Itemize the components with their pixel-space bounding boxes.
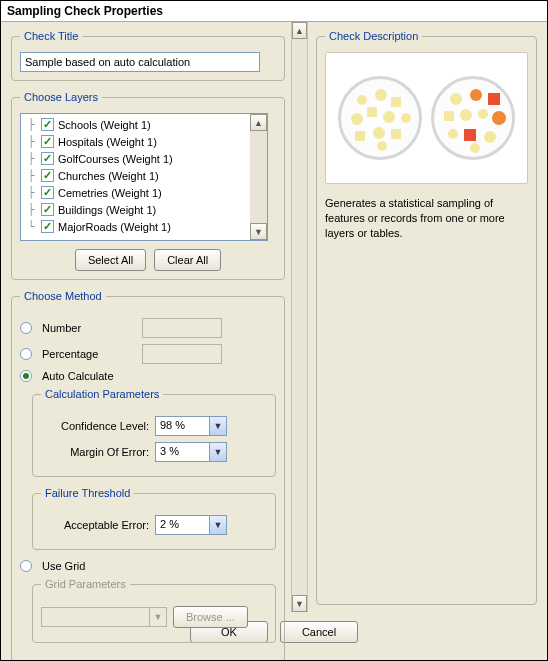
- tree-line-icon: ├: [25, 186, 37, 199]
- layer-list[interactable]: ├Schools (Weight 1)├Hospitals (Weight 1)…: [20, 113, 268, 241]
- petri-dish-right-icon: [431, 76, 515, 160]
- window-title: Sampling Check Properties: [1, 1, 547, 22]
- chevron-down-icon[interactable]: ▼: [209, 443, 226, 461]
- choose-layers-legend: Choose Layers: [20, 91, 102, 103]
- select-all-button[interactable]: Select All: [75, 249, 146, 271]
- acceptable-error-label: Acceptable Error:: [41, 519, 149, 531]
- radio-use-grid[interactable]: [20, 560, 32, 572]
- main-scrollbar[interactable]: ▲ ▼: [291, 22, 308, 612]
- layer-checkbox[interactable]: [41, 152, 54, 165]
- radio-auto-calculate-label: Auto Calculate: [42, 370, 114, 382]
- radio-percentage-label: Percentage: [42, 348, 132, 360]
- layer-row[interactable]: ├Buildings (Weight 1): [21, 201, 250, 218]
- choose-method-group: Choose Method Number Percentage Auto Cal…: [11, 290, 285, 661]
- tree-line-icon: ├: [25, 135, 37, 148]
- grid-parameters-group: Grid Parameters ▼ Browse ...: [32, 578, 276, 643]
- check-description-group: Check Description: [316, 30, 537, 605]
- failure-threshold-group: Failure Threshold Acceptable Error: 2 % …: [32, 487, 276, 550]
- clear-all-button[interactable]: Clear All: [154, 249, 221, 271]
- layer-checkbox[interactable]: [41, 135, 54, 148]
- browse-button: Browse ...: [173, 606, 248, 628]
- layer-row[interactable]: └MajorRoads (Weight 1): [21, 218, 250, 235]
- chevron-down-icon[interactable]: ▼: [209, 417, 226, 435]
- layer-label: MajorRoads (Weight 1): [58, 221, 171, 233]
- check-title-group: Check Title: [11, 30, 285, 81]
- radio-number[interactable]: [20, 322, 32, 334]
- radio-percentage[interactable]: [20, 348, 32, 360]
- scroll-up-icon[interactable]: ▲: [292, 22, 307, 39]
- petri-dish-left-icon: [338, 76, 422, 160]
- acceptable-error-value: 2 %: [156, 516, 209, 534]
- scroll-up-icon[interactable]: ▲: [250, 114, 267, 131]
- tree-line-icon: └: [25, 220, 37, 233]
- layer-label: Buildings (Weight 1): [58, 204, 156, 216]
- description-illustration: [325, 52, 528, 184]
- margin-of-error-label: Margin Of Error:: [41, 446, 149, 458]
- layer-list-scrollbar[interactable]: ▲ ▼: [250, 114, 267, 240]
- layer-label: GolfCourses (Weight 1): [58, 153, 173, 165]
- acceptable-error-combo[interactable]: 2 % ▼: [155, 515, 227, 535]
- layer-row[interactable]: ├GolfCourses (Weight 1): [21, 150, 250, 167]
- chevron-down-icon[interactable]: ▼: [209, 516, 226, 534]
- percentage-input: [142, 344, 222, 364]
- confidence-level-value: 98 %: [156, 417, 209, 435]
- layer-label: Churches (Weight 1): [58, 170, 159, 182]
- confidence-level-label: Confidence Level:: [41, 420, 149, 432]
- layer-label: Schools (Weight 1): [58, 119, 151, 131]
- number-input: [142, 318, 222, 338]
- check-description-legend: Check Description: [325, 30, 422, 42]
- layer-checkbox[interactable]: [41, 169, 54, 182]
- layer-row[interactable]: ├Cemetries (Weight 1): [21, 184, 250, 201]
- tree-line-icon: ├: [25, 169, 37, 182]
- scroll-down-icon[interactable]: ▼: [250, 223, 267, 240]
- layer-checkbox[interactable]: [41, 186, 54, 199]
- check-title-input[interactable]: [20, 52, 260, 72]
- check-title-legend: Check Title: [20, 30, 82, 42]
- margin-of-error-value: 3 %: [156, 443, 209, 461]
- calc-params-legend: Calculation Parameters: [41, 388, 163, 400]
- cancel-button[interactable]: Cancel: [280, 621, 358, 643]
- layer-row[interactable]: ├Schools (Weight 1): [21, 116, 250, 133]
- choose-layers-group: Choose Layers ├Schools (Weight 1)├Hospit…: [11, 91, 285, 280]
- tree-line-icon: ├: [25, 152, 37, 165]
- calculation-parameters-group: Calculation Parameters Confidence Level:…: [32, 388, 276, 477]
- layer-checkbox[interactable]: [41, 118, 54, 131]
- layer-label: Hospitals (Weight 1): [58, 136, 157, 148]
- tree-line-icon: ├: [25, 203, 37, 216]
- layer-checkbox[interactable]: [41, 220, 54, 233]
- layer-checkbox[interactable]: [41, 203, 54, 216]
- tree-line-icon: ├: [25, 118, 37, 131]
- layer-row[interactable]: ├Churches (Weight 1): [21, 167, 250, 184]
- radio-number-label: Number: [42, 322, 132, 334]
- check-description-text: Generates a statistical sampling of feat…: [325, 196, 528, 241]
- failure-threshold-legend: Failure Threshold: [41, 487, 134, 499]
- radio-auto-calculate[interactable]: [20, 370, 32, 382]
- choose-method-legend: Choose Method: [20, 290, 106, 302]
- chevron-down-icon: ▼: [149, 608, 166, 626]
- confidence-level-combo[interactable]: 98 % ▼: [155, 416, 227, 436]
- layer-label: Cemetries (Weight 1): [58, 187, 162, 199]
- grid-params-legend: Grid Parameters: [41, 578, 130, 590]
- radio-use-grid-label: Use Grid: [42, 560, 85, 572]
- margin-of-error-combo[interactable]: 3 % ▼: [155, 442, 227, 462]
- grid-combo: ▼: [41, 607, 167, 627]
- layer-row[interactable]: ├Hospitals (Weight 1): [21, 133, 250, 150]
- scroll-down-icon[interactable]: ▼: [292, 595, 307, 612]
